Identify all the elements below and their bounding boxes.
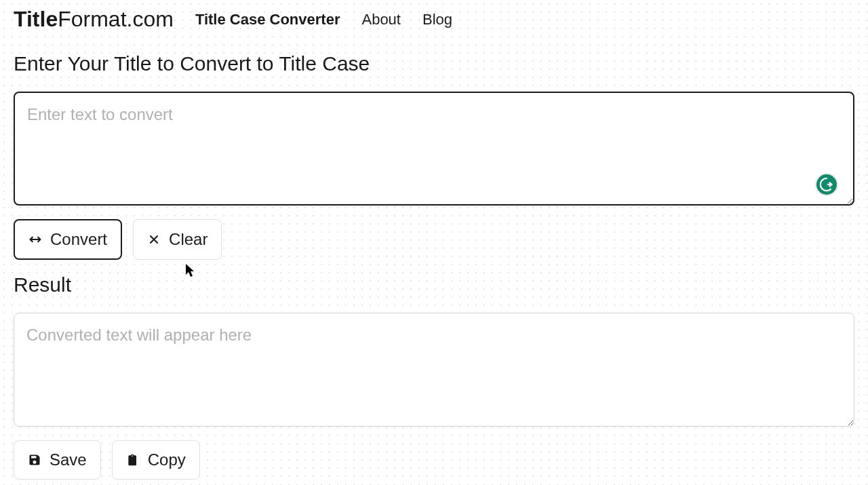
close-icon [147, 233, 161, 246]
convert-button[interactable]: Convert [14, 219, 122, 260]
output-button-row: Save Copy [14, 440, 854, 480]
copy-label: Copy [148, 450, 186, 469]
save-icon [28, 453, 41, 467]
save-button[interactable]: Save [14, 440, 101, 480]
logo-rest: Format.com [58, 7, 174, 31]
logo-bold: Title [14, 7, 58, 31]
main: Enter Your Title to Convert to Title Cas… [0, 39, 868, 485]
convert-label: Convert [50, 230, 107, 249]
header: TitleFormat.com Title Case Converter Abo… [0, 0, 868, 39]
input-wrapper [14, 92, 854, 208]
clear-button[interactable]: Clear [133, 219, 222, 260]
nav-converter[interactable]: Title Case Converter [195, 11, 340, 28]
input-button-row: Convert Clear [14, 219, 854, 260]
clipboard-icon [126, 453, 140, 467]
logo[interactable]: TitleFormat.com [14, 7, 174, 32]
input-textarea[interactable] [14, 92, 854, 206]
grammarly-icon [819, 177, 834, 192]
nav-blog[interactable]: Blog [422, 11, 452, 28]
output-wrapper [14, 313, 854, 429]
copy-button[interactable]: Copy [112, 440, 200, 480]
input-heading: Enter Your Title to Convert to Title Cas… [14, 52, 854, 75]
nav-about[interactable]: About [361, 11, 401, 28]
grammarly-badge[interactable] [815, 173, 838, 196]
swap-icon [28, 233, 42, 246]
nav: Title Case Converter About Blog [195, 11, 452, 28]
clear-label: Clear [169, 230, 208, 249]
save-label: Save [50, 450, 87, 469]
result-heading: Result [14, 273, 854, 296]
output-textarea[interactable] [14, 313, 854, 427]
